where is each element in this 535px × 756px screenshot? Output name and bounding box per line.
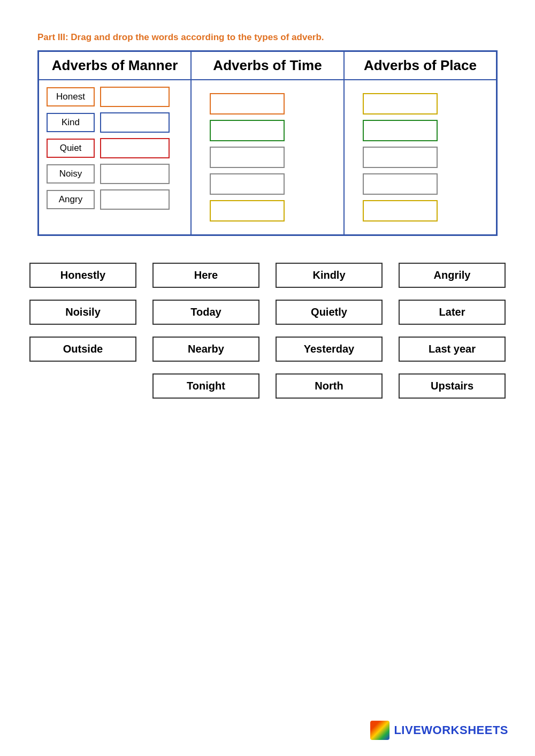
time-answer-5[interactable] [210,200,285,222]
drag-words-section: Honestly Here Kindly Angrily Noisily Tod… [37,263,498,399]
answer-quiet[interactable] [100,138,170,158]
drag-here[interactable]: Here [152,263,259,288]
drag-later[interactable]: Later [399,300,506,325]
place-column [344,80,497,235]
logo-text: LIVEWORKSHEETS [394,723,508,737]
word-quiet: Quiet [47,139,95,158]
logo-icon [370,721,389,740]
place-answer-2[interactable] [363,120,438,141]
drag-nearby[interactable]: Nearby [152,337,259,362]
place-answer-1[interactable] [363,93,438,114]
word-kind: Kind [47,113,95,132]
word-angry: Angry [47,190,95,209]
answer-honest[interactable] [100,87,170,107]
word-noisy: Noisy [47,164,95,184]
time-answer-3[interactable] [210,147,285,168]
drag-tonight[interactable]: Tonight [152,373,259,399]
answer-kind[interactable] [100,112,170,133]
drag-honestly[interactable]: Honestly [29,263,136,288]
answer-noisy[interactable] [100,164,170,184]
drag-quietly[interactable]: Quietly [276,300,383,325]
word-honest: Honest [47,87,95,106]
drag-today[interactable]: Today [152,300,259,325]
place-answer-4[interactable] [363,173,438,195]
time-column [191,80,344,235]
drag-north[interactable]: North [276,373,383,399]
manner-column: Honest Kind Quiet Noisy [39,80,192,235]
time-answer-1[interactable] [210,93,285,114]
drag-outside[interactable]: Outside [29,337,136,362]
drag-kindly[interactable]: Kindly [276,263,383,288]
answer-angry[interactable] [100,189,170,210]
drag-last-year[interactable]: Last year [399,337,506,362]
drag-noisily[interactable]: Noisily [29,300,136,325]
time-answer-2[interactable] [210,120,285,141]
header-place: Adverbs of Place [344,51,497,80]
instruction-text: Part III: Drag and drop the words accord… [37,32,498,43]
adverb-table: Adverbs of Manner Adverbs of Time Adverb… [37,50,498,236]
drag-yesterday[interactable]: Yesterday [276,337,383,362]
time-answer-4[interactable] [210,173,285,195]
header-manner: Adverbs of Manner [39,51,192,80]
liveworksheets-logo: LIVEWORKSHEETS [370,721,508,740]
header-time: Adverbs of Time [191,51,344,80]
place-answer-5[interactable] [363,200,438,222]
place-answer-3[interactable] [363,147,438,168]
drag-upstairs[interactable]: Upstairs [399,373,506,399]
drag-angrily[interactable]: Angrily [399,263,506,288]
